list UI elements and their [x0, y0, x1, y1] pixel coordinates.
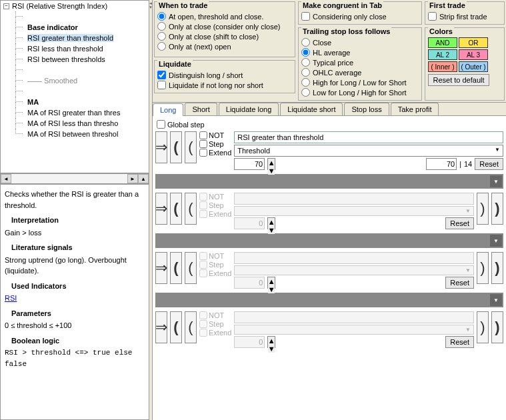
color-button[interactable]: AL 2: [428, 49, 457, 60]
tab-liquidate-long[interactable]: Liquidate long: [219, 103, 279, 115]
tree-item: [11, 86, 149, 97]
tree-item[interactable]: —— Smoothed: [11, 75, 149, 86]
chevron-down-icon: ▼: [490, 235, 502, 247]
rule-title: RSI greater than threshold: [234, 131, 503, 143]
tab-take-profit[interactable]: Take profit: [391, 103, 439, 115]
colors-header: Colors: [428, 27, 454, 35]
chevron-down-icon: ▼: [495, 147, 500, 155]
close-bracket-bold-button[interactable]: ): [491, 193, 503, 225]
extend-check[interactable]: Extend: [199, 149, 231, 157]
first-trade-header: First trade: [428, 1, 467, 9]
separator-dropdown[interactable]: ▼: [155, 293, 503, 307]
tsl-option[interactable]: Low for Long / High for Short: [301, 87, 419, 97]
open-bracket-bold-button[interactable]: (: [170, 311, 182, 343]
tsl-option[interactable]: Typical price: [301, 57, 419, 67]
not-check[interactable]: NOT: [199, 131, 231, 139]
when-option[interactable]: At open, threshold and close.: [157, 11, 292, 21]
when-option[interactable]: Only at close (shift to close): [157, 31, 292, 41]
tsl-option[interactable]: HL average: [301, 47, 419, 57]
close-bracket-button[interactable]: ): [477, 252, 489, 284]
scroll-left-icon[interactable]: ◄: [1, 174, 11, 183]
open-bracket-bold-button[interactable]: (: [170, 252, 182, 284]
chevron-down-icon: ▼: [490, 294, 502, 306]
separator-dropdown[interactable]: ▼: [155, 233, 503, 248]
reset-button[interactable]: Reset: [445, 336, 474, 348]
help-param: 0 ≤ threshold ≤ +100: [5, 320, 145, 331]
close-bracket-button[interactable]: ): [477, 193, 489, 225]
tree-item[interactable]: RSI greater than threshold: [11, 33, 149, 43]
rule-select: ▼: [234, 265, 474, 275]
not-check: NOT: [199, 252, 231, 260]
tree-item[interactable]: MA of RSI between threshol: [11, 129, 149, 139]
spinner: ▲▼: [267, 336, 275, 348]
arrow-right-button[interactable]: ⇒: [155, 311, 167, 343]
reset-rule-button[interactable]: Reset: [475, 158, 503, 170]
separator-dropdown[interactable]: ▼: [155, 174, 503, 189]
tsl-option[interactable]: High for Long / Low for Short: [301, 77, 419, 87]
tree-root-label: RSI (Relative Strength Index): [12, 2, 107, 10]
tree-item[interactable]: MA: [11, 97, 149, 107]
reset-button[interactable]: Reset: [445, 277, 474, 289]
liquidate-option[interactable]: Liquidate if not long nor short: [157, 80, 292, 90]
threshold-max-input[interactable]: [426, 158, 457, 170]
open-bracket-button[interactable]: (: [185, 252, 197, 284]
arrow-right-button[interactable]: ⇒: [155, 252, 167, 284]
reset-colors-button[interactable]: Reset to default: [428, 74, 489, 86]
color-button[interactable]: AND: [428, 37, 457, 48]
help-intro: Checks whether the RSI is greater than a…: [5, 189, 145, 211]
arrow-right-button[interactable]: ⇒: [155, 131, 167, 163]
close-bracket-bold-button[interactable]: ): [491, 311, 503, 343]
scroll-up-icon[interactable]: ▲: [138, 174, 149, 183]
open-bracket-bold-button[interactable]: (: [170, 193, 182, 225]
reset-button[interactable]: Reset: [445, 217, 474, 229]
tree-hscroll[interactable]: ◄ ► ▲: [0, 173, 149, 184]
min-spinner[interactable]: ▲▼: [267, 158, 275, 170]
extend-check: Extend: [199, 269, 231, 277]
open-bracket-button[interactable]: (: [185, 193, 197, 225]
tab-long[interactable]: Long: [153, 103, 183, 116]
tree-item[interactable]: MA of RSI less than thresho: [11, 118, 149, 129]
open-bracket-bold-button[interactable]: (: [170, 131, 182, 163]
when-option[interactable]: Only at (next) open: [157, 41, 292, 51]
when-option[interactable]: Only at close (consider only close): [157, 21, 292, 31]
color-button[interactable]: ( Inner ): [428, 61, 457, 72]
strip-first-trade-check[interactable]: Strip first trade: [428, 11, 501, 21]
tab-short[interactable]: Short: [185, 103, 217, 115]
open-bracket-button[interactable]: (: [185, 131, 197, 163]
considering-only-close-check[interactable]: Considering only close: [301, 11, 419, 21]
tree-item[interactable]: MA of RSI greater than thres: [11, 107, 149, 118]
arrow-right-button[interactable]: ⇒: [155, 193, 167, 225]
color-button[interactable]: AL 3: [459, 49, 488, 60]
open-bracket-button[interactable]: (: [185, 311, 197, 343]
rule-title: [234, 311, 474, 323]
tree-item[interactable]: Base indicator: [11, 22, 149, 33]
step-check[interactable]: Step: [199, 140, 231, 148]
scroll-right-icon[interactable]: ►: [127, 174, 138, 183]
congruent-header: Make congruent in Tab: [301, 1, 383, 9]
liquidate-option[interactable]: Distinguish long / short: [157, 70, 292, 80]
indicator-tree[interactable]: − RSI (Relative Strength Index) Base ind…: [0, 0, 149, 173]
help-rsi-link[interactable]: RSI: [5, 294, 17, 302]
help-h-interp: Interpretation: [11, 215, 145, 226]
tree-item[interactable]: RSI less than threshold: [11, 43, 149, 54]
tree-item[interactable]: RSI between thresholds: [11, 54, 149, 65]
tree-collapse-icon[interactable]: −: [3, 3, 9, 9]
value-input: [234, 336, 265, 348]
tab-stop-loss[interactable]: Stop loss: [344, 103, 389, 115]
global-step-check[interactable]: Global step: [155, 119, 503, 130]
color-button[interactable]: OR: [459, 37, 488, 48]
close-bracket-bold-button[interactable]: ): [491, 252, 503, 284]
spinner: ▲▼: [267, 217, 275, 229]
tsl-option[interactable]: Close: [301, 37, 419, 47]
tsl-header: Trailing stop loss follows: [301, 27, 391, 35]
chevron-down-icon: ▼: [490, 175, 502, 187]
tsl-option[interactable]: OHLC average: [301, 67, 419, 77]
extend-check: Extend: [199, 210, 231, 218]
threshold-select[interactable]: Threshold▼: [234, 145, 503, 157]
rule-select: ▼: [234, 325, 474, 335]
threshold-min-input[interactable]: [234, 158, 265, 170]
close-bracket-button[interactable]: ): [477, 311, 489, 343]
help-h-bool: Boolean logic: [11, 335, 145, 347]
tab-liquidate-short[interactable]: Liquidate short: [280, 103, 343, 115]
color-button[interactable]: ( Outer ): [459, 61, 488, 72]
